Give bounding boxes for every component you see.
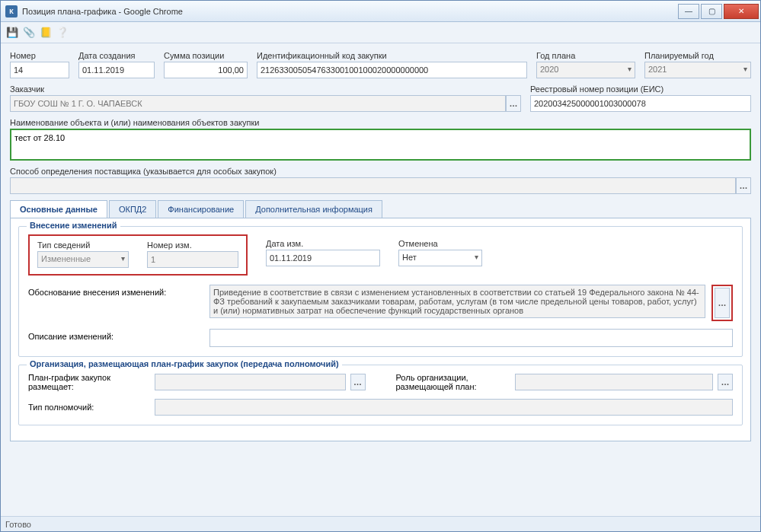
window-title: Позиция плана-графика - Google Chrome	[22, 7, 183, 16]
status-text: Готово	[5, 520, 31, 529]
tab-extra[interactable]: Дополнительная информация	[245, 200, 382, 218]
close-button[interactable]: ✕	[724, 4, 759, 19]
app-window: К Позиция плана-графика - Google Chrome …	[0, 0, 761, 532]
ikz-label: Идентификационный код закупки	[257, 51, 527, 60]
date-created-input[interactable]	[78, 62, 155, 78]
tab-okpd[interactable]: ОКПД2	[109, 200, 156, 218]
change-date-input[interactable]	[266, 250, 380, 266]
save-icon[interactable]: 💾	[5, 26, 19, 40]
year-plan-combo[interactable]: 2020	[536, 62, 635, 78]
help-icon[interactable]: ❔	[56, 26, 69, 40]
reg-num-label: Реестровый номер позиции (ЕИС)	[530, 84, 751, 94]
minimize-button[interactable]: —	[678, 4, 699, 19]
authority-type-label: Тип полномочий:	[28, 403, 150, 412]
main-panel: Внесение изменений Тип сведений Измененн…	[10, 218, 751, 441]
tabs: Основные данные ОКПД2 Финансирование Доп…	[10, 200, 751, 218]
customer-label: Заказчик	[10, 84, 521, 94]
change-num-label: Номер изм.	[147, 241, 238, 250]
ikz-input[interactable]	[257, 62, 527, 78]
desc-textarea[interactable]	[209, 329, 733, 347]
date-created-label: Дата создания	[78, 51, 155, 60]
plan-label: План-график закупок размещает:	[28, 373, 150, 391]
attach-icon[interactable]: 📎	[22, 26, 36, 40]
reason-lookup-button[interactable]: …	[715, 288, 730, 318]
tab-main[interactable]: Основные данные	[10, 200, 107, 218]
tab-fin[interactable]: Финансирование	[158, 200, 244, 218]
role-label: Роль организации, размещающей план:	[396, 373, 510, 391]
status-bar: Готово	[1, 516, 760, 531]
year-target-label: Планируемый год	[644, 51, 751, 60]
cancel-label: Отменена	[398, 239, 482, 248]
customer-lookup-button[interactable]: …	[506, 95, 521, 112]
titlebar: К Позиция плана-графика - Google Chrome …	[1, 1, 760, 22]
method-input[interactable]	[10, 177, 736, 194]
change-type-label: Тип сведений	[37, 241, 129, 250]
plan-lookup-button[interactable]: …	[350, 374, 366, 390]
method-label: Способ определения поставщика (указывает…	[10, 167, 751, 176]
authority-type-input[interactable]	[155, 399, 733, 416]
cancel-combo[interactable]: Нет	[398, 250, 482, 266]
number-label: Номер	[10, 51, 69, 60]
maximize-button[interactable]: ▢	[701, 4, 722, 19]
number-input[interactable]	[10, 62, 69, 78]
object-label: Наименование объекта и (или) наименовани…	[10, 118, 751, 127]
change-type-combo[interactable]: Измененные	[37, 251, 129, 268]
change-date-label: Дата изм.	[266, 239, 380, 248]
window-controls: — ▢ ✕	[678, 4, 760, 19]
changes-fieldset: Внесение изменений Тип сведений Измененн…	[18, 226, 743, 357]
customer-input[interactable]	[10, 95, 506, 112]
change-num-input[interactable]	[147, 251, 238, 268]
org-fieldset: Организация, размещающая план-график зак…	[18, 365, 743, 425]
changes-legend: Внесение изменений	[27, 221, 120, 230]
role-input[interactable]	[515, 374, 714, 390]
sum-label: Сумма позиции	[164, 51, 248, 60]
log-icon[interactable]: 📒	[39, 26, 53, 40]
year-target-combo[interactable]: 2021	[644, 62, 751, 78]
plan-input[interactable]	[155, 374, 346, 390]
content-area: Номер Дата создания Сумма позиции Иденти…	[1, 43, 760, 516]
year-plan-label: Год плана	[536, 51, 635, 60]
reg-num-input[interactable]	[530, 95, 751, 112]
object-textarea[interactable]: тест от 28.10	[10, 129, 751, 161]
reason-textarea[interactable]: Приведение в соответствие в связи с изме…	[209, 285, 705, 318]
method-lookup-button[interactable]: …	[736, 177, 751, 194]
desc-label: Описание изменений:	[28, 329, 203, 341]
sum-input[interactable]	[164, 62, 248, 78]
toolbar: 💾 📎 📒 ❔	[1, 22, 760, 43]
org-legend: Организация, размещающая план-график зак…	[27, 359, 342, 368]
app-icon: К	[5, 5, 18, 18]
role-lookup-button[interactable]: …	[718, 374, 733, 390]
reason-label: Обоснование внесения изменений:	[28, 285, 203, 297]
